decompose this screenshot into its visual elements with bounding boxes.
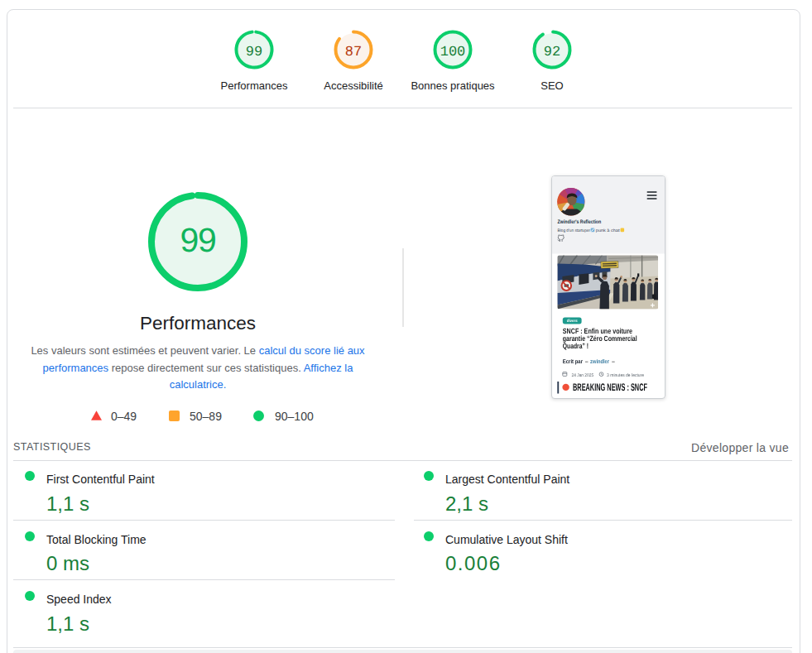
svg-text:Quadra” !: Quadra” ! xyxy=(563,342,589,350)
svg-text:punk à chat: punk à chat xyxy=(596,228,620,233)
svg-text:–: – xyxy=(612,359,615,365)
svg-text:Blog d'un startuper: Blog d'un startuper xyxy=(558,228,591,233)
svg-text:Ecrit par: Ecrit par xyxy=(563,358,583,365)
svg-text:92: 92 xyxy=(544,45,560,60)
svg-text:99: 99 xyxy=(246,45,262,60)
svg-text:24 Jan 2025: 24 Jan 2025 xyxy=(572,373,594,378)
svg-text:3 minutes de lecture: 3 minutes de lecture xyxy=(607,373,644,378)
svg-text:BREAKING NEWS : SNCF: BREAKING NEWS : SNCF xyxy=(573,382,647,393)
svg-text:–: – xyxy=(585,359,589,365)
svg-text:100: 100 xyxy=(440,45,466,60)
svg-text:Zwindler's Reflection: Zwindler's Reflection xyxy=(558,219,602,225)
svg-text:87: 87 xyxy=(345,45,362,60)
svg-text:divers: divers xyxy=(567,319,578,324)
svg-text:99: 99 xyxy=(180,221,215,259)
svg-text:zwindler: zwindler xyxy=(590,358,609,365)
